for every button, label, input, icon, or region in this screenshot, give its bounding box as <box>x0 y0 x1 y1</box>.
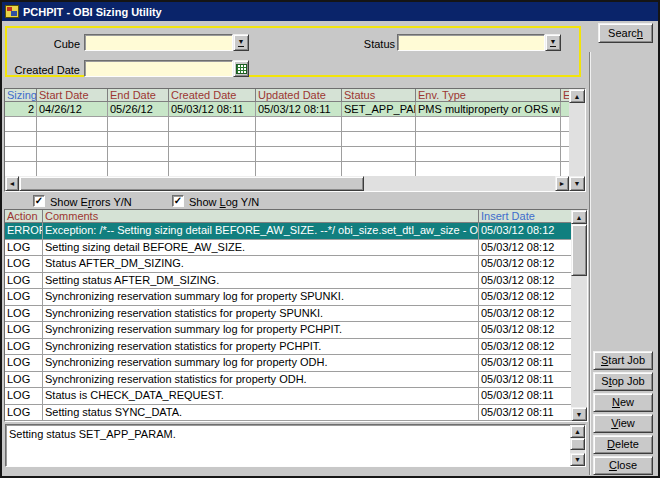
cell-empty <box>37 147 108 161</box>
search-button[interactable]: Search <box>598 23 653 43</box>
check-icon: ✓ <box>35 195 43 206</box>
cell-insert-date: 05/03/12 08:12 <box>479 273 571 289</box>
scroll-down-icon: ▼ <box>576 411 583 418</box>
scroll-left-icon: ◄ <box>9 180 16 187</box>
jobs-grid-hscrollbar[interactable]: ◄ ► ▼ <box>5 176 585 191</box>
cell-status: SET_APP_PARAM <box>342 102 416 116</box>
job-row-empty[interactable] <box>5 162 569 177</box>
scroll-down-button[interactable]: ▼ <box>569 176 585 191</box>
cell-empty <box>342 132 416 146</box>
log-row-error[interactable]: ERROR Exception: /*-- Setting sizing det… <box>5 223 571 240</box>
status-input[interactable] <box>397 34 545 51</box>
cube-input[interactable] <box>84 34 233 51</box>
cell-comment: Setting status AFTER_DM_SIZING. <box>43 273 479 289</box>
scroll-down-icon: ▼ <box>574 180 581 187</box>
cell-insert-date: 05/03/12 08:12 <box>479 256 571 272</box>
log-grid-vscrollbar[interactable]: ▲ ▼ <box>571 210 587 421</box>
show-log-checkbox[interactable]: ✓ <box>172 195 184 207</box>
cell-action: ERROR <box>5 223 43 239</box>
cell-action: LOG <box>5 322 43 338</box>
col-start-date: Start Date <box>37 89 108 101</box>
log-detail-textarea[interactable]: Setting status SET_APP_PARAM. ▲ ▼ <box>5 424 586 467</box>
scroll-up-button[interactable]: ▲ <box>570 425 585 438</box>
app-icon <box>5 5 19 18</box>
close-button[interactable]: Close <box>593 456 653 475</box>
scroll-left-button[interactable]: ◄ <box>5 176 19 191</box>
cell-env-type: PMS multiproperty or ORS with only i <box>416 102 561 116</box>
check-icon: ✓ <box>174 195 182 206</box>
calendar-icon <box>236 64 247 74</box>
log-row[interactable]: LOG Status AFTER_DM_SIZING. 05/03/12 08:… <box>5 256 571 273</box>
cell-end-date: 05/26/12 <box>108 102 169 116</box>
status-label: Status <box>337 37 395 51</box>
vscroll-thumb[interactable] <box>571 224 587 276</box>
cell-action: LOG <box>5 388 43 404</box>
cell-created-date: 05/03/12 08:11 <box>169 102 256 116</box>
log-row[interactable]: LOG Setting status AFTER_DM_SIZING. 05/0… <box>5 273 571 290</box>
scroll-up-icon: ▲ <box>576 214 583 221</box>
cell-insert-date: 05/03/12 08:12 <box>479 306 571 322</box>
cell-empty <box>169 162 256 176</box>
cell-action: LOG <box>5 256 43 272</box>
scroll-up-button[interactable]: ▲ <box>569 89 585 103</box>
log-row[interactable]: LOG Setting status SYNC_DATA. 05/03/12 0… <box>5 405 571 422</box>
scroll-right-icon: ► <box>559 180 566 187</box>
log-row[interactable]: LOG Status is CHECK_DATA_REQUEST. 05/03/… <box>5 388 571 405</box>
stop-job-button[interactable]: Stop Job <box>593 372 653 391</box>
col-action: Action <box>5 210 43 222</box>
cell-start-date: 04/26/12 <box>37 102 108 116</box>
hscroll-thumb[interactable] <box>19 176 364 191</box>
cell-comment: Status AFTER_DM_SIZING. <box>43 256 479 272</box>
log-grid: Action Comments Insert Date ERROR Except… <box>4 209 588 422</box>
show-errors-label: Show Errors Y/N <box>50 195 132 209</box>
cell-insert-date: 05/03/12 08:11 <box>479 372 571 388</box>
cell-empty <box>561 132 569 146</box>
job-row-empty[interactable] <box>5 117 569 132</box>
cell-insert-date: 05/03/12 08:12 <box>479 339 571 355</box>
log-row[interactable]: LOG Synchronizing reservation summary lo… <box>5 289 571 306</box>
scroll-down-button[interactable]: ▼ <box>570 453 585 466</box>
job-row-empty[interactable] <box>5 147 569 162</box>
log-row[interactable]: LOG Setting sizing detail BEFORE_AW_SIZE… <box>5 240 571 257</box>
col-end-date: End Date <box>108 89 169 101</box>
cell-empty <box>108 162 169 176</box>
window-title: PCHPIT - OBI Sizing Utility <box>23 6 162 18</box>
vscroll-thumb[interactable] <box>570 438 585 450</box>
view-button[interactable]: View <box>593 414 653 433</box>
log-row[interactable]: LOG Synchronizing reservation statistics… <box>5 339 571 356</box>
scroll-up-button[interactable]: ▲ <box>571 210 587 224</box>
cell-empty <box>256 117 342 131</box>
log-grid-header: Action Comments Insert Date <box>5 210 571 223</box>
created-date-input[interactable] <box>84 60 233 77</box>
dropdown-arrow-icon: ▼ <box>550 38 557 47</box>
delete-button[interactable]: Delete <box>593 435 653 454</box>
cell-empty <box>342 117 416 131</box>
jobs-grid-vscrollbar[interactable]: ▲ <box>569 89 585 176</box>
job-row-selected[interactable]: 2 04/26/12 05/26/12 05/03/12 08:11 05/03… <box>5 102 569 117</box>
cell-comment: Synchronizing reservation summary log fo… <box>43 322 479 338</box>
cube-label: Cube <box>22 37 80 51</box>
log-row[interactable]: LOG Synchronizing reservation summary lo… <box>5 322 571 339</box>
show-errors-checkbox[interactable]: ✓ <box>33 195 45 207</box>
job-row-empty[interactable] <box>5 132 569 147</box>
new-button[interactable]: New <box>593 393 653 412</box>
log-row[interactable]: LOG Synchronizing reservation summary lo… <box>5 355 571 372</box>
cell-empty <box>5 132 37 146</box>
scroll-down-button[interactable]: ▼ <box>571 407 587 421</box>
sizing-jobs-grid: Sizing ID Start Date End Date Created Da… <box>4 88 586 192</box>
hscroll-track[interactable] <box>364 176 555 191</box>
cell-empty <box>256 162 342 176</box>
log-row[interactable]: LOG Synchronizing reservation statistics… <box>5 372 571 389</box>
detail-vscrollbar[interactable]: ▲ ▼ <box>570 425 585 466</box>
cell-sizing-id: 2 <box>5 102 37 116</box>
cell-empty <box>416 132 561 146</box>
cell-empty <box>256 147 342 161</box>
cell-comment: Synchronizing reservation statistics for… <box>43 339 479 355</box>
start-job-button[interactable]: Start Job <box>593 351 653 370</box>
calendar-button[interactable] <box>233 60 249 77</box>
status-dropdown-button[interactable]: ▼ <box>545 34 561 51</box>
scroll-right-button[interactable]: ► <box>555 176 569 191</box>
log-row[interactable]: LOG Synchronizing reservation statistics… <box>5 306 571 323</box>
cell-empty <box>256 132 342 146</box>
cube-dropdown-button[interactable]: ▼ <box>233 34 249 51</box>
